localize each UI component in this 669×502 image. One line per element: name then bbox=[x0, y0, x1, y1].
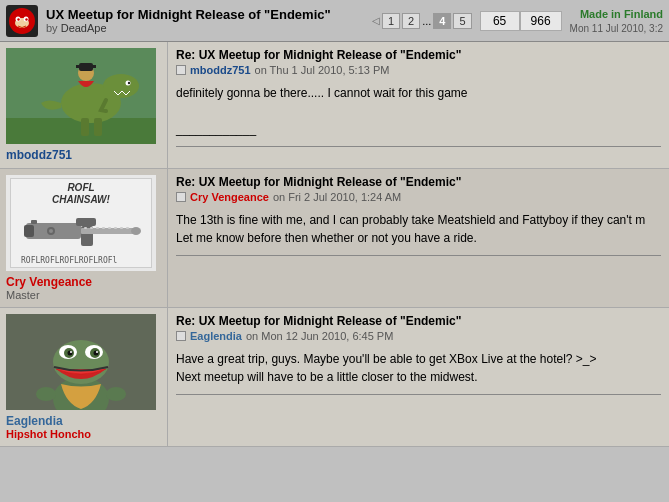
post-body-line-1: definitely gonna be there..... I cannot … bbox=[176, 84, 661, 102]
svg-point-5 bbox=[25, 18, 27, 20]
post-date: on Fri 2 Jul 2010, 1:24 AM bbox=[273, 191, 401, 203]
svg-point-33 bbox=[49, 229, 53, 233]
post-meta: Eaglendia on Mon 12 Jun 2010, 6:45 PM bbox=[176, 330, 661, 342]
page-btn-5[interactable]: 5 bbox=[453, 13, 471, 29]
post-content: Re: UX Meetup for Midnight Release of "E… bbox=[168, 308, 669, 446]
page-btn-1[interactable]: 1 bbox=[382, 13, 400, 29]
nav-icon: ◁ bbox=[372, 15, 380, 26]
svg-rect-12 bbox=[81, 118, 89, 136]
svg-rect-29 bbox=[126, 227, 129, 229]
by-label: by bbox=[46, 22, 58, 34]
site-logo bbox=[6, 5, 38, 37]
svg-rect-19 bbox=[76, 218, 96, 226]
thread-stats: 65 966 bbox=[480, 11, 562, 31]
post-separator bbox=[176, 394, 661, 395]
user-avatar bbox=[6, 314, 156, 410]
post-title: Re: UX Meetup for Midnight Release of "E… bbox=[176, 48, 661, 62]
replies-count: 65 bbox=[480, 11, 520, 31]
header-bar: UX Meetup for Midnight Release of "Endem… bbox=[0, 0, 669, 42]
thread-author-line: by DeadApe bbox=[46, 22, 372, 34]
svg-rect-13 bbox=[94, 118, 102, 136]
svg-rect-24 bbox=[96, 227, 99, 229]
svg-rect-25 bbox=[102, 227, 105, 229]
page-btn-4[interactable]: 4 bbox=[433, 13, 451, 29]
post-body: The 13th is fine with me, and I can prob… bbox=[176, 211, 661, 247]
user-panel: Eaglendia Hipshot Honcho bbox=[0, 308, 168, 446]
post-icon bbox=[176, 192, 186, 202]
svg-rect-16 bbox=[76, 65, 96, 68]
username-link[interactable]: Cry Vengeance bbox=[6, 275, 92, 289]
svg-point-44 bbox=[94, 351, 99, 356]
thread-title: UX Meetup for Midnight Release of "Endem… bbox=[46, 7, 372, 22]
post-separator bbox=[176, 255, 661, 256]
poster-name[interactable]: mboddz751 bbox=[190, 64, 251, 76]
svg-point-47 bbox=[36, 387, 56, 401]
poster-name[interactable]: Cry Vengeance bbox=[190, 191, 269, 203]
made-in-finland-badge: Made in Finland Mon 11 Jul 2010, 3:2 bbox=[570, 7, 663, 33]
post-body: definitely gonna be there..... I cannot … bbox=[176, 84, 661, 138]
svg-point-46 bbox=[96, 351, 98, 353]
post-separator bbox=[176, 146, 661, 147]
thread-title-block: UX Meetup for Midnight Release of "Endem… bbox=[46, 7, 372, 34]
post-content: Re: UX Meetup for Midnight Release of "E… bbox=[168, 42, 669, 168]
svg-rect-23 bbox=[90, 227, 93, 229]
page-ellipsis: ... bbox=[422, 15, 431, 27]
svg-rect-18 bbox=[24, 225, 34, 237]
username-link[interactable]: mboddz751 bbox=[6, 148, 72, 162]
post-title: Re: UX Meetup for Midnight Release of "E… bbox=[176, 175, 661, 189]
page-btn-2[interactable]: 2 bbox=[402, 13, 420, 29]
post-date: on Mon 12 Jun 2010, 6:45 PM bbox=[246, 330, 393, 342]
svg-point-9 bbox=[103, 74, 139, 98]
post-date: on Thu 1 Jul 2010, 5:13 PM bbox=[255, 64, 390, 76]
post-row: Eaglendia Hipshot Honcho Re: UX Meetup f… bbox=[0, 308, 669, 447]
user-panel: mboddz751 bbox=[0, 42, 168, 168]
pagination-nav: ◁ 1 2 ... 4 5 bbox=[372, 13, 472, 29]
post-icon bbox=[176, 331, 186, 341]
post-meta: Cry Vengeance on Fri 2 Jul 2010, 1:24 AM bbox=[176, 191, 661, 203]
post-meta: mboddz751 on Thu 1 Jul 2010, 5:13 PM bbox=[176, 64, 661, 76]
user-rank: Hipshot Honcho bbox=[6, 428, 91, 440]
svg-point-11 bbox=[128, 82, 130, 84]
post-row: mboddz751 Re: UX Meetup for Midnight Rel… bbox=[0, 42, 669, 169]
views-count: 966 bbox=[520, 11, 562, 31]
user-avatar: ROFLCHAINSAW! bbox=[6, 175, 156, 271]
svg-rect-22 bbox=[84, 227, 87, 229]
svg-rect-27 bbox=[114, 227, 117, 229]
svg-rect-31 bbox=[31, 220, 37, 224]
user-rank: Master bbox=[6, 289, 40, 301]
rofl-text: ROFLCHAINSAW! bbox=[52, 182, 110, 206]
header-date: Mon 11 Jul 2010, 3:2 bbox=[570, 23, 663, 34]
poster-name[interactable]: Eaglendia bbox=[190, 330, 242, 342]
post-title: Re: UX Meetup for Midnight Release of "E… bbox=[176, 314, 661, 328]
svg-point-4 bbox=[17, 18, 19, 20]
username-link[interactable]: Eaglendia bbox=[6, 414, 63, 428]
post-body-line-2: Let me know before then whether or not y… bbox=[176, 229, 661, 247]
post-body-line-2: Next meetup will have to be a little clo… bbox=[176, 368, 661, 386]
thread-author-link[interactable]: DeadApe bbox=[61, 22, 107, 34]
svg-point-48 bbox=[106, 387, 126, 401]
svg-point-45 bbox=[70, 351, 72, 353]
post-body-line-1: The 13th is fine with me, and I can prob… bbox=[176, 211, 661, 229]
post-body-line-1: Have a great trip, guys. Maybe you'll be… bbox=[176, 350, 661, 368]
user-avatar bbox=[6, 48, 156, 144]
chainsaw-art: ROFLCHAINSAW! bbox=[10, 178, 152, 268]
post-icon bbox=[176, 65, 186, 75]
user-panel: ROFLCHAINSAW! bbox=[0, 169, 168, 307]
post-body-line-3: ____________ bbox=[176, 120, 661, 138]
post-row: ROFLCHAINSAW! bbox=[0, 169, 669, 308]
post-body: Have a great trip, guys. Maybe you'll be… bbox=[176, 350, 661, 386]
post-content: Re: UX Meetup for Midnight Release of "E… bbox=[168, 169, 669, 307]
svg-point-43 bbox=[68, 351, 73, 356]
svg-text:ROFLROFLROFLROFLROFl: ROFLROFLROFLROFLROFl bbox=[21, 256, 118, 265]
svg-rect-26 bbox=[108, 227, 111, 229]
svg-point-30 bbox=[131, 227, 141, 235]
svg-rect-28 bbox=[120, 227, 123, 229]
